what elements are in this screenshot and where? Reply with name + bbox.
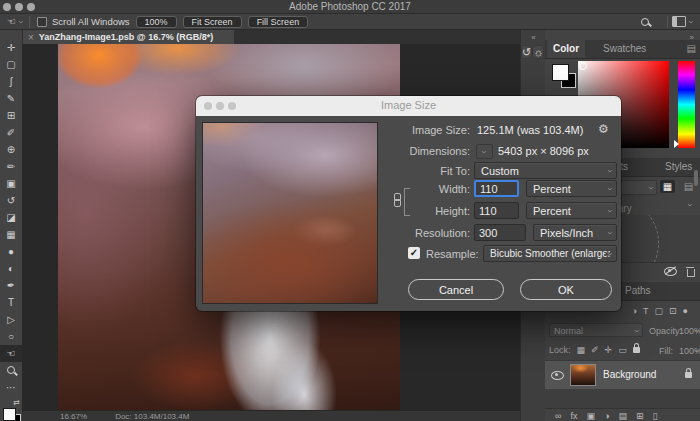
swap-colors-icon[interactable]: ⇄ <box>0 398 22 407</box>
crop-tool[interactable]: ⊞ <box>0 107 22 124</box>
grid-view-button[interactable]: ▦ <box>660 180 675 193</box>
layer-row-background[interactable]: Background <box>545 360 700 390</box>
history-brush-tool[interactable]: ↺ <box>0 192 22 209</box>
move-tool[interactable]: ✛ <box>0 39 22 56</box>
new-layer-icon[interactable]: ⊞ <box>636 411 644 421</box>
filter-shape-icon[interactable]: ▢ <box>655 306 664 316</box>
brush-tool[interactable]: ✏ <box>0 158 22 175</box>
foreground-color-swatch[interactable] <box>3 408 16 421</box>
color-panel-swatches <box>552 64 576 88</box>
delete-icon[interactable] <box>686 267 694 276</box>
layer-filter-toggle-icon[interactable]: ● <box>683 306 688 316</box>
history-panel-icon[interactable]: ↺ <box>521 45 532 59</box>
document-tab-title: YanZhang-Image1.psb @ 16.7% (RGB/8*) <box>39 32 213 42</box>
chevron-down-icon: › <box>693 330 700 333</box>
toggle-visibility-icon[interactable] <box>664 267 677 276</box>
lock-transparency-icon[interactable]: ▦ <box>577 345 586 355</box>
more-tools[interactable]: ⋯ <box>0 379 22 396</box>
path-selection-tool[interactable]: ▷ <box>0 311 22 328</box>
status-zoom-level[interactable]: 16.67% <box>60 412 87 421</box>
filter-adjustment-icon[interactable]: ◑ <box>632 306 637 316</box>
foreground-color-swatch[interactable] <box>552 64 569 81</box>
collapse-panels-icon[interactable]: « <box>521 30 546 42</box>
healing-brush-tool[interactable]: ⊕ <box>0 141 22 158</box>
dimensions-unit-dropdown[interactable]: › <box>476 144 493 159</box>
properties-panel-icon[interactable]: ☼ <box>532 45 544 59</box>
clone-stamp-tool[interactable]: ▣ <box>0 175 22 192</box>
eraser-tool[interactable]: ◪ <box>0 209 22 226</box>
tab-styles[interactable]: Styles <box>659 158 698 176</box>
dodge-tool[interactable]: ◐ <box>0 260 22 277</box>
hue-slider-marker[interactable] <box>674 140 679 148</box>
adjustment-layer-icon[interactable]: ◑ <box>604 411 609 421</box>
layer-group-icon[interactable]: ▤ <box>618 411 627 421</box>
type-tool[interactable]: T <box>0 294 22 311</box>
hue-slider[interactable] <box>678 61 695 148</box>
chevron-down-icon: › <box>606 169 614 172</box>
layer-effects-icon[interactable]: fx <box>570 411 577 421</box>
panel-menu-icon[interactable]: ▤ <box>687 44 696 54</box>
ellipse-tool[interactable]: ○ <box>0 328 22 345</box>
rectangular-marquee-tool[interactable]: ▢ <box>0 56 22 73</box>
divider <box>667 16 668 28</box>
lock-pixels-icon[interactable]: ✐ <box>591 345 599 355</box>
pen-tool[interactable]: ✒ <box>0 277 22 294</box>
resample-checkbox[interactable]: ✓ <box>408 247 420 259</box>
layer-mask-icon[interactable]: ▣ <box>586 411 595 421</box>
width-input[interactable] <box>474 180 519 197</box>
lock-all-icon[interactable] <box>633 345 640 355</box>
quick-selection-tool[interactable]: ✎ <box>0 90 22 107</box>
fit-to-value: Custom <box>481 165 519 177</box>
workspace-chevron-icon[interactable]: › <box>687 20 695 23</box>
resolution-unit-dropdown[interactable]: Pixels/Inch › <box>533 224 617 241</box>
lasso-tool[interactable]: ʃ <box>0 73 22 90</box>
image-size-preview[interactable] <box>202 122 378 304</box>
gradient-tool[interactable]: ▦ <box>0 226 22 243</box>
resample-dropdown[interactable]: Bicubic Smoother (enlargement) › <box>483 245 617 262</box>
chevron-down-icon: › <box>606 209 614 212</box>
fit-to-dropdown[interactable]: Custom › <box>474 162 617 179</box>
height-input[interactable] <box>474 202 519 219</box>
layer-visibility-icon[interactable] <box>551 371 564 380</box>
blend-mode-value: Normal <box>554 326 583 336</box>
tab-color[interactable]: Color <box>547 40 585 58</box>
status-doc-size: Doc: 103.4M/103.4M <box>115 412 189 421</box>
delete-layer-icon[interactable]: ▯ <box>652 411 657 421</box>
blur-tool[interactable]: ● <box>0 243 22 260</box>
search-icon[interactable] <box>641 18 649 26</box>
tab-paths[interactable]: Paths <box>619 282 657 300</box>
color-picker-marker[interactable] <box>579 62 587 70</box>
fit-screen-button[interactable]: Fit Screen <box>183 16 242 28</box>
ok-button[interactable]: OK <box>520 279 612 300</box>
blend-mode-dropdown[interactable]: Normal › <box>549 323 643 337</box>
cancel-button[interactable]: Cancel <box>408 279 504 300</box>
tool-preset-chevron-icon[interactable]: › <box>16 20 24 23</box>
chevron-down-icon: › <box>480 151 488 154</box>
close-tab-icon[interactable]: × <box>28 32 34 43</box>
layer-thumbnail[interactable] <box>570 364 596 386</box>
gear-icon[interactable]: ⚙ <box>598 122 609 136</box>
lock-position-icon[interactable]: ✛ <box>605 345 613 355</box>
link-layers-icon[interactable]: ∞ <box>555 411 561 421</box>
resolution-unit-value: Pixels/Inch <box>540 227 593 239</box>
hand-tool[interactable]: ☜ <box>0 345 22 362</box>
document-tab[interactable]: × YanZhang-Image1.psb @ 16.7% (RGB/8*) <box>22 30 234 44</box>
eyedropper-tool[interactable]: ✐ <box>0 124 22 141</box>
filter-smart-object-icon[interactable]: ⊡ <box>669 306 677 316</box>
layers-panel-footer: ∞fx▣◑▤⊞▯ <box>545 408 700 421</box>
workspace-icon[interactable] <box>672 16 686 27</box>
scroll-all-windows-checkbox[interactable] <box>37 17 47 27</box>
height-unit-dropdown[interactable]: Percent › <box>526 202 617 219</box>
filter-type-icon[interactable]: T <box>643 306 649 316</box>
fill-screen-button[interactable]: Fill Screen <box>248 16 309 28</box>
resolution-input[interactable] <box>474 224 526 241</box>
zoom-tool-glyph <box>7 366 15 374</box>
zoom-tool[interactable] <box>0 362 22 379</box>
panel-scrollbar[interactable] <box>694 170 698 186</box>
zoom-100-button[interactable]: 100% <box>136 16 177 28</box>
width-unit-dropdown[interactable]: Percent › <box>526 180 617 197</box>
lock-artboard-icon[interactable]: ▭ <box>618 345 627 355</box>
image-size-label: Image Size: <box>376 124 470 136</box>
dialog-titlebar[interactable]: Image Size <box>196 96 621 116</box>
tab-swatches[interactable]: Swatches <box>597 40 652 58</box>
